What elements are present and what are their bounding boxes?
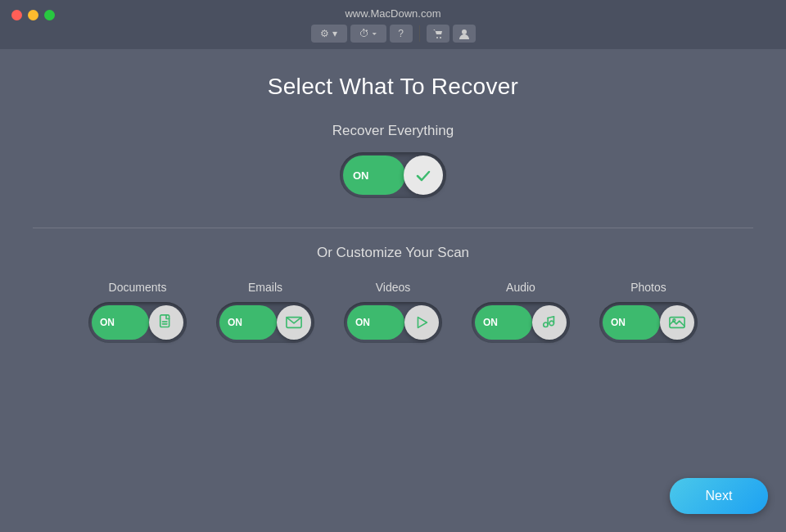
videos-knob	[404, 305, 439, 340]
divider	[33, 228, 753, 228]
customize-label: Or Customize Your Scan	[317, 245, 469, 261]
cart-button[interactable]	[427, 25, 449, 43]
titlebar: www.MacDown.com ⚙ ▾ ⏱ ▾ ?	[0, 0, 786, 49]
email-icon	[286, 314, 302, 331]
toggle-track: ON	[343, 156, 405, 195]
videos-toggle[interactable]: ON	[344, 302, 442, 343]
recover-everything-toggle[interactable]: ON	[340, 152, 446, 198]
svg-line-12	[548, 317, 553, 318]
svg-rect-3	[160, 315, 169, 327]
emails-knob	[277, 305, 311, 340]
category-photos: Photos ON	[599, 281, 698, 343]
documents-knob	[149, 305, 183, 340]
category-documents: Documents ON	[88, 281, 187, 343]
recover-everything-section: Recover Everything ON	[33, 123, 753, 198]
audio-icon	[541, 314, 558, 331]
documents-label: Documents	[109, 281, 167, 294]
help-button[interactable]: ?	[390, 25, 413, 43]
toggle-on-text: ON	[353, 169, 369, 182]
category-audio: Audio ON	[472, 281, 570, 343]
toolbar-separator	[419, 25, 420, 42]
emails-toggle[interactable]: ON	[216, 302, 314, 343]
history-button[interactable]: ⏱ ▾	[350, 25, 386, 43]
svg-point-1	[440, 37, 441, 38]
svg-point-2	[462, 29, 467, 34]
documents-toggle[interactable]: ON	[88, 302, 187, 343]
photos-toggle[interactable]: ON	[599, 302, 698, 343]
audio-on-text: ON	[483, 317, 498, 328]
videos-on-text: ON	[355, 317, 370, 328]
photos-track: ON	[603, 305, 660, 340]
main-content: Select What To Recover Recover Everythin…	[0, 49, 786, 359]
maximize-button[interactable]	[44, 10, 55, 20]
toolbar: ⚙ ▾ ⏱ ▾ ?	[311, 25, 476, 43]
next-button[interactable]: Next	[670, 478, 768, 514]
videos-track: ON	[347, 305, 404, 340]
app-title: www.MacDown.com	[345, 7, 440, 20]
categories-container: Documents ON Emails	[88, 281, 698, 343]
minimize-button[interactable]	[28, 10, 38, 20]
close-button[interactable]	[11, 10, 22, 20]
audio-toggle[interactable]: ON	[472, 302, 570, 343]
svg-point-14	[673, 319, 675, 322]
svg-point-9	[549, 321, 553, 325]
documents-track: ON	[92, 305, 149, 340]
audio-label: Audio	[506, 281, 535, 294]
emails-on-text: ON	[228, 317, 242, 328]
photo-icon	[669, 314, 685, 331]
checkmark-icon	[414, 166, 432, 184]
photos-knob	[660, 305, 694, 340]
documents-on-text: ON	[100, 317, 115, 328]
emails-track: ON	[219, 305, 277, 340]
videos-label: Videos	[376, 281, 411, 294]
document-icon	[158, 314, 174, 331]
category-emails: Emails ON	[216, 281, 314, 343]
svg-marker-7	[418, 318, 427, 328]
audio-track: ON	[475, 305, 532, 340]
page-title: Select What To Recover	[268, 74, 518, 100]
settings-button[interactable]: ⚙ ▾	[311, 25, 347, 43]
photos-on-text: ON	[611, 317, 626, 328]
svg-point-0	[436, 37, 438, 38]
toggle-knob	[404, 156, 443, 195]
video-icon	[413, 314, 430, 331]
emails-label: Emails	[248, 281, 282, 294]
category-videos: Videos ON	[344, 281, 442, 343]
photos-label: Photos	[630, 281, 666, 294]
recover-everything-label: Recover Everything	[332, 123, 454, 139]
user-button[interactable]	[453, 25, 476, 43]
traffic-lights	[11, 10, 55, 20]
audio-knob	[532, 305, 567, 340]
